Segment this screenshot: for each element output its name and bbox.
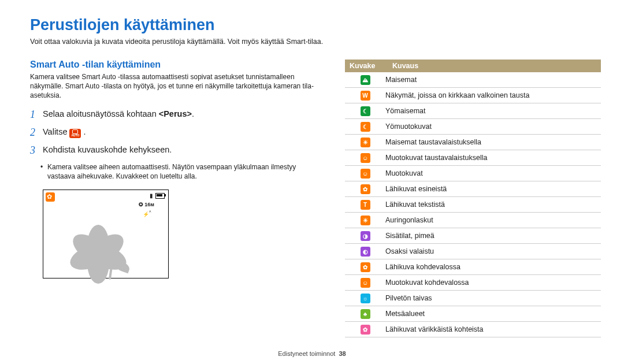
step1-pre: Selaa aloitusnäytössä kohtaan: [43, 109, 159, 118]
camera-preview: ▮ ✪ 16м ⚡ᴬ: [43, 190, 169, 278]
resolution-indicator: ✪ 16м: [139, 202, 154, 207]
step3-bullet: Kamera valitsee aiheen automaattisesti. …: [47, 162, 322, 182]
scene-icon: ☀: [361, 138, 370, 147]
table-row: ✿Lähikuvat värikkäistä kohteista: [345, 322, 601, 337]
table-row: TLähikuvat tekstistä: [345, 197, 601, 213]
icon-cell: ☾: [345, 106, 385, 116]
table-row: ⛰Maisemat: [345, 72, 601, 88]
scene-icon: W: [361, 91, 370, 101]
icon-cell: ☺: [345, 169, 385, 179]
icon-cell: ☺: [345, 278, 385, 288]
step-3: 3 Kohdista kuvauskohde kehykseen.: [30, 144, 322, 157]
page-footer: Edistyneet toiminnot 38: [0, 350, 624, 357]
table-header: Kuvake Kuvaus: [345, 60, 601, 72]
table-row: ☺Muotokuvat: [345, 166, 601, 181]
col-header-desc: Kuvaus: [390, 62, 418, 70]
icon-cell: ☺: [345, 153, 385, 163]
desc-cell: Osaksi valaistu: [385, 247, 434, 255]
desc-cell: Muotokuvat: [385, 169, 423, 177]
scene-icon: ♣: [361, 309, 370, 319]
icon-cell: ✿: [345, 262, 385, 272]
desc-cell: Lähikuvat esineistä: [385, 185, 447, 193]
table-row: ☺Muotokuvat kohdevalossa: [345, 275, 601, 291]
page-title: Perustilojen käyttäminen: [30, 16, 601, 34]
desc-cell: Sisätilat, pimeä: [385, 232, 434, 240]
step3-text: Kohdista kuvauskohde kehykseen.: [43, 144, 172, 155]
table-row: WNäkymät, joissa on kirkkaan valkoinen t…: [345, 88, 601, 103]
macro-scene-icon: [46, 192, 55, 202]
step2-post: .: [84, 127, 86, 136]
scene-icon: ✿: [361, 262, 370, 272]
icon-cell: ◑: [345, 231, 385, 241]
desc-cell: Auringonlaskut: [385, 216, 433, 224]
table-row: ☾Yömaisemat: [345, 103, 601, 119]
icon-cell: ✿: [345, 184, 385, 194]
desc-cell: Muotokuvat kohdevalossa: [385, 278, 469, 287]
icon-cell: ☼: [345, 294, 385, 303]
step1-strong: <Perus>: [159, 109, 192, 118]
desc-cell: Maisemat: [385, 76, 417, 84]
scene-icon: ✿: [361, 325, 370, 335]
icon-cell: ☀: [345, 138, 385, 147]
sd-card-icon: ▮: [150, 192, 153, 199]
desc-cell: Lähikuva kohdevalossa: [385, 263, 460, 271]
desc-cell: Maisemat taustavalaistuksella: [385, 138, 481, 146]
scene-icon: ☺: [361, 169, 370, 179]
section-heading: Smart Auto -tilan käyttäminen: [30, 60, 322, 70]
scene-icon: ◑: [361, 231, 370, 241]
step-number: 3: [30, 144, 43, 157]
step-number: 1: [30, 109, 43, 121]
table-row: ♣Metsäalueet: [345, 306, 601, 322]
table-row: ◐Osaksi valaistu: [345, 244, 601, 259]
step-2: 2 Valitse AUTO .: [30, 127, 322, 139]
icon-cell: ♣: [345, 309, 385, 319]
desc-cell: Lähikuvat tekstistä: [385, 200, 445, 209]
scene-icon: ☺: [361, 278, 370, 288]
desc-cell: Muotokuvat taustavalaistuksella: [385, 154, 487, 162]
scene-icon: ☼: [361, 294, 370, 303]
status-icons: ▮: [150, 192, 165, 199]
scene-icon: ☺: [361, 153, 370, 163]
scene-icon: ☀: [361, 216, 370, 225]
scene-icon: T: [361, 200, 370, 210]
desc-cell: Lähikuvat värikkäistä kohteista: [385, 325, 484, 333]
right-column: Kuvake Kuvaus ⛰MaisematWNäkymät, joissa …: [345, 60, 601, 337]
table-row: ☀Maisemat taustavalaistuksella: [345, 135, 601, 150]
table-row: ☺Muotokuvat taustavalaistuksella: [345, 150, 601, 166]
desc-cell: Näkymät, joissa on kirkkaan valkoinen ta…: [385, 91, 529, 99]
desc-cell: Pilvetön taivas: [385, 294, 432, 302]
icon-table-body: ⛰MaisematWNäkymät, joissa on kirkkaan va…: [345, 72, 601, 337]
table-row: ✿Lähikuvat esineistä: [345, 181, 601, 197]
icon-cell: W: [345, 91, 385, 101]
icon-cell: ⛰: [345, 75, 385, 85]
scene-icon: ✿: [361, 184, 370, 194]
step1-post: .: [192, 109, 194, 118]
battery-icon: [155, 193, 165, 199]
flower-illustration: [61, 209, 136, 275]
left-column: Smart Auto -tilan käyttäminen Kamera val…: [30, 60, 322, 337]
table-row: ☀Auringonlaskut: [345, 213, 601, 228]
section-subintro: Kamera valitsee Smart Auto -tilassa auto…: [30, 72, 322, 101]
icon-cell: ☾: [345, 122, 385, 132]
table-row: ✿Lähikuva kohdevalossa: [345, 259, 601, 275]
icon-cell: ✿: [345, 325, 385, 335]
col-header-icon: Kuvake: [345, 62, 390, 70]
scene-icon: ☾: [361, 122, 370, 132]
flash-auto-indicator: ⚡ᴬ: [143, 210, 151, 217]
step2-pre: Valitse: [43, 127, 69, 136]
step-1: 1 Selaa aloitusnäytössä kohtaan <Perus>.: [30, 109, 322, 121]
desc-cell: Yömaisemat: [385, 107, 425, 115]
page-intro: Voit ottaa valokuvia ja kuvata videoita …: [30, 38, 601, 46]
table-row: ◑Sisätilat, pimeä: [345, 228, 601, 244]
footer-section: Edistyneet toiminnot: [278, 350, 335, 357]
footer-page: 38: [339, 350, 346, 357]
table-row: ☾Yömuotokuvat: [345, 119, 601, 135]
icon-cell: T: [345, 200, 385, 210]
table-row: ☼Pilvetön taivas: [345, 291, 601, 306]
scene-icon: ☾: [361, 106, 370, 116]
icon-cell: ☀: [345, 216, 385, 225]
icon-cell: ◐: [345, 247, 385, 257]
scene-icon: ◐: [361, 247, 370, 257]
step-number: 2: [30, 127, 43, 139]
desc-cell: Metsäalueet: [385, 310, 425, 318]
